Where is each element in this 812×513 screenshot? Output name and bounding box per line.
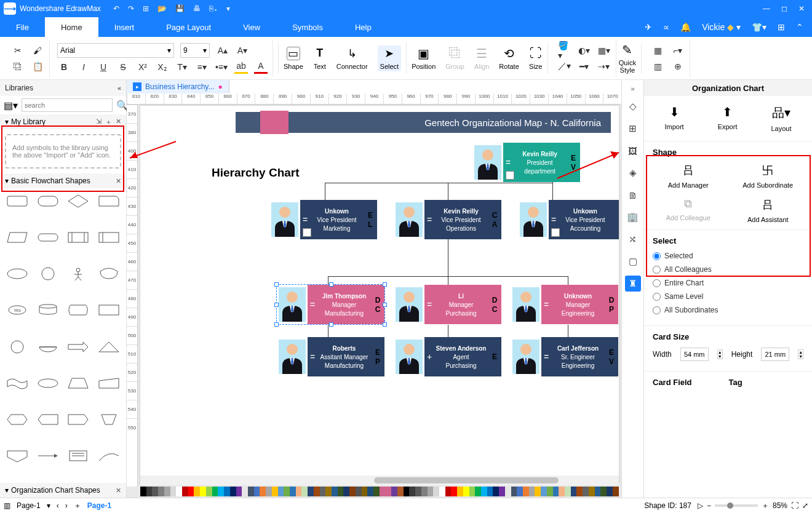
fullscreen-icon[interactable]: ⤢ — [802, 501, 808, 510]
connector-tool[interactable]: ↳Connector — [336, 47, 368, 70]
color-swatch[interactable] — [158, 487, 164, 496]
rail-fill-icon[interactable]: ◇ — [625, 98, 641, 114]
color-swatch[interactable] — [170, 487, 177, 496]
color-swatch[interactable] — [487, 487, 493, 496]
color-swatch[interactable] — [296, 487, 302, 496]
play-icon[interactable]: ▷ — [698, 501, 703, 510]
color-swatch[interactable] — [428, 487, 434, 496]
color-swatch[interactable] — [547, 487, 553, 496]
color-swatch[interactable] — [332, 487, 338, 496]
color-swatch[interactable] — [325, 487, 332, 496]
shape-cyl2[interactable] — [65, 301, 92, 319]
shape-manual[interactable] — [95, 374, 122, 392]
color-swatch[interactable] — [451, 487, 457, 496]
color-palette[interactable] — [140, 487, 619, 496]
shape-line[interactable] — [34, 447, 62, 465]
shape-rect2[interactable] — [95, 301, 122, 319]
org-shapes-header[interactable]: ▾ Organization Chart Shapes✕ — [0, 483, 126, 498]
shape-circle[interactable] — [34, 264, 62, 283]
shape-trap[interactable] — [34, 338, 62, 356]
radio-selected[interactable]: Selected — [653, 252, 803, 260]
color-swatch[interactable] — [218, 487, 224, 496]
color-swatch[interactable] — [445, 487, 452, 496]
color-swatch[interactable] — [559, 487, 565, 496]
document-tab[interactable]: ▸ Business Hierarchy... ● — [127, 80, 229, 93]
share-icon[interactable]: ∝ — [663, 22, 669, 32]
line-icon[interactable]: ／▾ — [558, 60, 571, 73]
group-button[interactable]: ⿻Group — [445, 47, 464, 70]
card-sr-engineer[interactable]: = Carl JeffersonSr. EngineerEngineering … — [511, 337, 618, 376]
rail-present-icon[interactable]: ▢ — [625, 253, 641, 269]
shape-curve[interactable] — [95, 447, 122, 465]
arrow-style-icon[interactable]: ⇢▾ — [597, 60, 611, 73]
tab-view[interactable]: View — [227, 17, 276, 37]
color-swatch[interactable] — [266, 487, 272, 496]
rail-image-icon[interactable]: 🖼 — [625, 143, 641, 159]
font-color-icon[interactable]: A — [254, 60, 268, 74]
color-swatch[interactable] — [421, 487, 428, 496]
color-swatch[interactable] — [499, 487, 505, 496]
new-icon[interactable]: ⊞ — [143, 4, 149, 13]
color-swatch[interactable] — [356, 487, 362, 496]
close-lib-icon[interactable]: ✕ — [116, 117, 121, 127]
underline-button[interactable]: U — [97, 60, 110, 74]
shape-note[interactable] — [95, 192, 122, 210]
shape-trap2[interactable] — [65, 374, 92, 392]
width-input[interactable] — [680, 348, 709, 361]
shape-tri[interactable] — [95, 338, 122, 356]
color-swatch[interactable] — [194, 487, 200, 496]
card-mgr-engineering[interactable]: = UnknownManagerEngineering DP — [511, 285, 618, 324]
special4-icon[interactable]: ⊕ — [671, 60, 685, 73]
shape-down[interactable] — [4, 447, 31, 465]
color-swatch[interactable] — [362, 487, 368, 496]
color-swatch[interactable] — [290, 487, 296, 496]
color-swatch[interactable] — [146, 487, 153, 496]
increase-font-icon[interactable]: A▴ — [216, 44, 229, 57]
shape-person[interactable] — [65, 264, 92, 283]
open-icon[interactable]: 📂 — [157, 4, 167, 13]
shape-blob[interactable] — [95, 264, 122, 283]
color-swatch[interactable] — [272, 487, 278, 496]
shape-rect[interactable] — [4, 192, 31, 210]
color-swatch[interactable] — [493, 487, 499, 496]
color-swatch[interactable] — [373, 487, 380, 496]
import-lib-icon[interactable]: ⇲ — [96, 117, 102, 127]
color-swatch[interactable] — [385, 487, 391, 496]
color-swatch[interactable] — [595, 487, 601, 496]
color-swatch[interactable] — [463, 487, 469, 496]
card-mgr-manufacturing[interactable]: = Jim ThompsonManagerManufacturing DC — [277, 285, 384, 324]
print-icon[interactable]: 🖶 — [193, 4, 201, 13]
lib-menu-icon[interactable]: ▤▾ — [4, 100, 18, 111]
canvas-paper[interactable]: Gentech Organizational Map - N. Californ… — [140, 106, 619, 484]
special1-icon[interactable]: ▦ — [651, 44, 665, 57]
color-swatch[interactable] — [481, 487, 487, 496]
close-basic-icon[interactable]: ✕ — [116, 177, 121, 185]
shape-hex2[interactable] — [34, 410, 62, 429]
color-swatch[interactable] — [260, 487, 266, 496]
prev-page[interactable]: ‹ — [57, 501, 59, 510]
bullets-icon[interactable]: •≡▾ — [215, 60, 228, 74]
color-swatch[interactable] — [583, 487, 589, 496]
color-swatch[interactable] — [284, 487, 290, 496]
card-president[interactable]: = Kevin ReillyPresidentdepartment EV — [472, 143, 580, 182]
color-swatch[interactable] — [511, 487, 517, 496]
page-tab[interactable]: Page-1 — [87, 501, 111, 510]
align-button[interactable]: ☰Align — [474, 47, 489, 70]
shadow-icon[interactable]: ◐▾ — [578, 44, 591, 57]
tab-insert[interactable]: Insert — [98, 17, 151, 37]
paste-icon[interactable]: 📋 — [31, 60, 44, 73]
color-swatch[interactable] — [565, 487, 571, 496]
rail-orgchart-icon[interactable]: ♜ — [625, 276, 641, 292]
line-style-icon[interactable]: ━▾ — [578, 60, 591, 73]
color-swatch[interactable] — [380, 487, 386, 496]
format-painter-icon[interactable]: 🖌 — [31, 44, 44, 57]
size-button[interactable]: ⛶Size — [529, 47, 543, 70]
apps-icon[interactable]: ⊞ — [778, 22, 785, 32]
rail-layers-icon[interactable]: ◈ — [625, 165, 641, 181]
shape-yes[interactable]: Yes — [4, 301, 31, 319]
expand-rail-icon[interactable]: » — [631, 85, 634, 92]
color-swatch[interactable] — [182, 487, 188, 496]
shape-cyl[interactable] — [34, 301, 62, 319]
card-agent-purchasing[interactable]: + Steven AndersonAgentPurchasing E — [394, 337, 501, 376]
save-icon[interactable]: 💾 — [175, 4, 185, 13]
